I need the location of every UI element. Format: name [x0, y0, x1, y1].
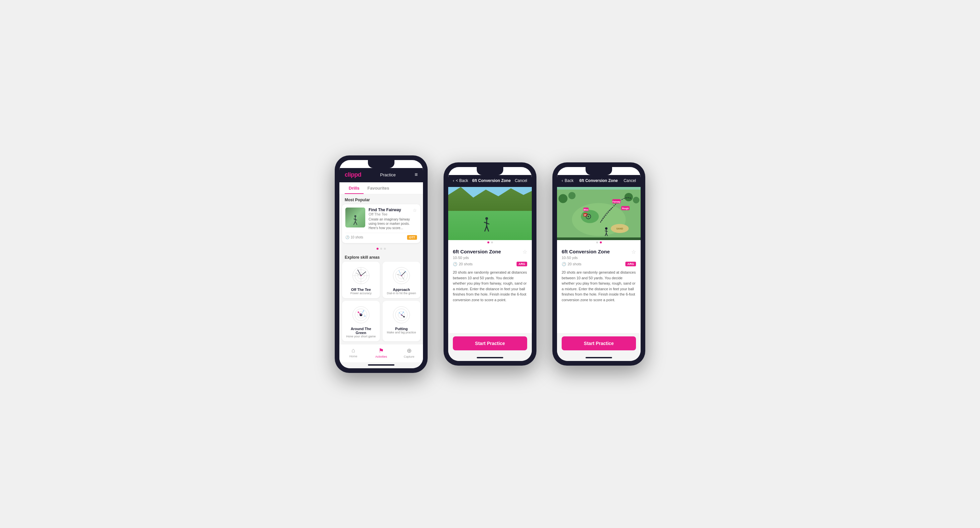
nav-capture[interactable]: ⊕ Capture	[395, 347, 423, 358]
drill-tag-ott: OTT	[407, 235, 417, 240]
home-icon: ⌂	[352, 347, 355, 354]
drill-title-row-3: 6ft Conversion Zone ☆	[562, 249, 636, 255]
start-practice-button-2[interactable]: Start Practice	[453, 337, 527, 350]
clock-icon: 🕐	[345, 235, 349, 239]
clock-icon-3: 🕐	[562, 262, 566, 266]
svg-point-54	[624, 193, 633, 201]
start-practice-button-3[interactable]: Start Practice	[562, 337, 636, 350]
img-dot-1	[487, 241, 489, 243]
svg-point-0	[354, 215, 356, 217]
svg-point-70	[588, 216, 589, 217]
img-dot-3-2	[600, 241, 602, 243]
notch-2	[477, 167, 503, 175]
drill-shots-row-2: 🕐 20 shots ARG	[453, 262, 527, 266]
screen1-header: clippd Practice ≡	[339, 168, 423, 182]
notch-3	[585, 167, 612, 175]
phone-1: clippd Practice ≡ Drills Favourites Most…	[335, 155, 428, 373]
svg-point-55	[633, 197, 640, 204]
drill-shots: 🕐 10 shots	[345, 235, 363, 239]
svg-text:Rough: Rough	[622, 207, 629, 210]
course-map-svg: SAND Fairway Rough	[557, 187, 641, 240]
tabs-bar: Drills Favourites	[339, 182, 423, 194]
skill-card-ott[interactable]: Off The Tee Power accuracy	[342, 262, 380, 298]
activities-label: Activities	[375, 355, 387, 358]
screen3-header: ‹ Back 6ft Conversion Zone Cancel	[557, 175, 641, 187]
image-dots-2	[448, 240, 532, 245]
svg-line-44	[485, 226, 487, 231]
most-popular-label: Most Popular	[339, 194, 423, 204]
explore-label: Explore skill areas	[339, 252, 423, 262]
drill-thumbnail	[345, 207, 365, 228]
phone-3: ‹ Back 6ft Conversion Zone Cancel	[552, 163, 645, 365]
cancel-button-3[interactable]: Cancel	[624, 178, 636, 183]
featured-drill-card[interactable]: Find The Fairway Off The Tee Create an i…	[342, 204, 420, 243]
tab-drills[interactable]: Drills	[345, 182, 364, 194]
favourite-icon[interactable]: ☆	[413, 207, 417, 213]
screen2-content: 6ft Conversion Zone ☆ 10-50 yds 🕐 20 sho…	[448, 245, 532, 333]
ott-skill-icon	[351, 266, 371, 286]
svg-line-30	[358, 312, 361, 315]
dot-2	[380, 248, 382, 250]
atg-skill-icon	[351, 305, 371, 325]
hamburger-icon[interactable]: ≡	[415, 172, 418, 178]
skill-card-atg[interactable]: Around The Green Hone your short game	[342, 301, 380, 341]
putting-skill-name: Putting	[395, 327, 408, 331]
svg-text:Fairway: Fairway	[612, 201, 620, 203]
approach-skill-icon	[391, 266, 411, 286]
activities-icon: ⚑	[379, 347, 384, 354]
back-button-2[interactable]: ‹ < Back	[453, 178, 468, 183]
nav-title: Practice	[380, 172, 396, 177]
skills-grid: Off The Tee Power accuracy	[339, 262, 423, 341]
approach-skill-name: Approach	[393, 287, 410, 292]
drill-meta: 🕐 10 shots OTT	[345, 233, 417, 240]
ott-icon-area	[351, 266, 371, 286]
cancel-button-2[interactable]: Cancel	[515, 178, 527, 183]
svg-point-64	[605, 227, 608, 230]
svg-point-49	[581, 210, 599, 223]
favourite-icon-3[interactable]: ☆	[631, 249, 636, 255]
drill-main-title-3: 6ft Conversion Zone	[562, 249, 610, 254]
drill-shots-row-3: 🕐 20 shots ARG	[562, 262, 636, 266]
atg-skill-sub: Hone your short game	[346, 335, 375, 338]
screen2-title: 6ft Conversion Zone	[472, 178, 511, 183]
svg-point-52	[559, 194, 568, 203]
svg-line-39	[399, 313, 401, 315]
bottom-nav: ⌂ Home ⚑ Activities ⊕ Capture	[339, 344, 423, 362]
app-logo: clippd	[345, 171, 361, 178]
svg-line-2	[354, 222, 355, 225]
svg-line-45	[487, 226, 489, 231]
screen2-header: ‹ < Back 6ft Conversion Zone Cancel	[448, 175, 532, 187]
drill-description: Create an imaginary fairway using trees …	[369, 217, 417, 230]
nav-activities[interactable]: ⚑ Activities	[367, 347, 395, 358]
drill-distance-3: 10-50 yds	[562, 256, 636, 260]
skill-card-approach[interactable]: Approach Dial-in to hit the green	[382, 262, 420, 298]
home-label: Home	[349, 355, 357, 358]
capture-icon: ⊕	[407, 347, 412, 354]
screen1-content: Most Popular	[339, 194, 423, 344]
skill-card-putting[interactable]: Putting Make and lag practice	[382, 301, 420, 341]
svg-point-53	[568, 192, 576, 199]
favourite-icon-2[interactable]: ☆	[522, 249, 527, 255]
screen3-content: 6ft Conversion Zone ☆ 10-50 yds 🕐 20 sho…	[557, 245, 641, 333]
back-button-3[interactable]: ‹ Back	[562, 178, 574, 183]
drill-category: Off The Tee	[369, 212, 417, 216]
golfer-photo-icon	[484, 217, 490, 233]
svg-line-3	[355, 222, 357, 225]
drill-shots-info-3: 🕐 20 shots	[562, 262, 582, 266]
drill-shots-info-2: 🕐 20 shots	[453, 262, 473, 266]
drill-tag-arg-3: ARG	[625, 262, 636, 266]
drill-body-3: 20 shots are randomly generated at dista…	[562, 270, 636, 303]
golfer-thumb-icon	[352, 215, 358, 225]
home-indicator-1	[368, 364, 395, 365]
ott-skill-sub: Power accuracy	[350, 292, 372, 295]
drill-tag-arg-2: ARG	[517, 262, 527, 266]
svg-line-41	[401, 315, 404, 317]
img-dot-2	[491, 241, 493, 243]
home-indicator-3	[585, 357, 612, 358]
tab-favourites[interactable]: Favourites	[364, 182, 393, 194]
drill-info: Find The Fairway Off The Tee Create an i…	[369, 207, 417, 230]
approach-skill-sub: Dial-in to hit the green	[387, 292, 416, 295]
drill-distance-2: 10-50 yds	[453, 256, 527, 260]
svg-line-40	[401, 312, 403, 315]
nav-home[interactable]: ⌂ Home	[339, 347, 367, 358]
